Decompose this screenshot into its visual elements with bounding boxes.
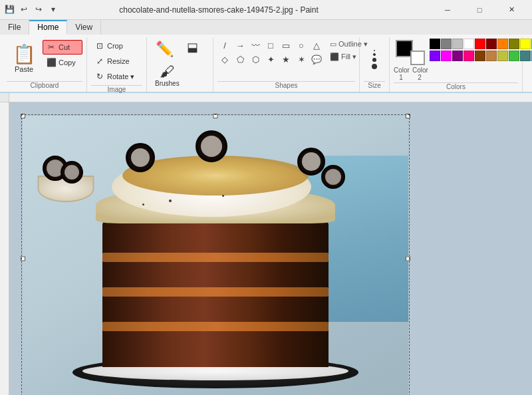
cut-button[interactable]: ✂ Cut xyxy=(43,40,82,55)
swatch-6[interactable] xyxy=(497,39,508,49)
shape-ellipse[interactable]: ○ xyxy=(294,39,309,52)
tab-view[interactable]: View xyxy=(67,20,101,35)
swatch-22[interactable] xyxy=(509,51,519,61)
shape-star6[interactable]: ✶ xyxy=(294,53,309,66)
qa-dropdown[interactable]: ▾ xyxy=(47,3,60,16)
paste-label: Paste xyxy=(15,65,33,73)
shape-freeform[interactable]: 〰 xyxy=(248,39,263,52)
swatch-15[interactable] xyxy=(430,51,440,61)
layer-frosting-3 xyxy=(102,322,329,331)
handle-mr[interactable] xyxy=(406,257,410,261)
shape-hex[interactable]: ⬡ xyxy=(248,53,263,66)
maximize-button[interactable]: □ xyxy=(464,0,495,20)
shape-rect[interactable]: □ xyxy=(263,39,278,52)
shape-triangle[interactable]: △ xyxy=(309,39,324,52)
shapes-grid: / → 〰 □ ▭ ○ △ ◇ ⬠ ⬡ ✦ ★ ✶ 💬 xyxy=(217,39,324,66)
rotate-button[interactable]: ↻ Rotate ▾ xyxy=(91,69,138,84)
canvas-image[interactable] xyxy=(23,116,408,395)
crop-button[interactable]: ⊡ Crop xyxy=(91,39,131,53)
swatch-18[interactable] xyxy=(464,51,474,61)
color2-swatch[interactable] xyxy=(410,51,425,65)
ribbon-group-shapes: / → 〰 □ ▭ ○ △ ◇ ⬠ ⬡ ✦ ★ ✶ 💬 xyxy=(213,37,360,92)
oreo-1 xyxy=(126,143,155,172)
ruler-corner xyxy=(0,93,9,102)
size-dot-3[interactable] xyxy=(372,58,376,62)
swatch-5[interactable] xyxy=(486,39,497,49)
fill-shapes-icon: ⬛ xyxy=(330,53,339,61)
paste-icon: 📋 xyxy=(13,45,36,64)
size-dot-1[interactable] xyxy=(374,50,375,51)
oreo-4 xyxy=(321,165,345,189)
shape-star4[interactable]: ✦ xyxy=(263,53,278,66)
fill-icon: ⬓ xyxy=(187,41,198,55)
ribbon-group-size: Size xyxy=(360,37,390,92)
shape-penta[interactable]: ⬠ xyxy=(233,53,247,66)
oreo-bowl-container xyxy=(33,149,99,202)
shape-arrow[interactable]: → xyxy=(233,39,247,52)
handle-ml[interactable] xyxy=(21,257,25,261)
tab-file[interactable]: File xyxy=(0,20,29,35)
shape-line[interactable]: / xyxy=(217,39,232,52)
qa-undo[interactable]: ↩ xyxy=(17,3,31,16)
swatch-16[interactable] xyxy=(441,51,452,61)
swatch-20[interactable] xyxy=(486,51,497,61)
shape-diamond[interactable]: ◇ xyxy=(217,53,232,66)
horizontal-ruler: // Ruler ticks generated via inline SVG xyxy=(0,93,532,102)
crop-icon: ⊡ xyxy=(94,41,105,51)
ribbon-group-colors: Color 1 Color 2 xyxy=(390,37,523,92)
copy-button[interactable]: ⬛ Copy xyxy=(43,55,82,70)
vertical-ruler xyxy=(0,102,9,395)
fill-button[interactable]: ⬓ xyxy=(179,39,205,57)
resize-icon: ⤢ xyxy=(94,56,105,66)
close-button[interactable]: ✕ xyxy=(496,0,527,20)
scissors-icon: ✂ xyxy=(46,42,57,53)
brushes-button[interactable]: 🖌 Brushes xyxy=(151,61,184,90)
rotate-icon: ↻ xyxy=(94,71,105,82)
canvas-wrapper xyxy=(23,116,408,395)
swatch-0[interactable] xyxy=(430,39,440,49)
swatch-7[interactable] xyxy=(509,39,519,49)
color-palette xyxy=(430,39,532,61)
shape-roundrect[interactable]: ▭ xyxy=(279,39,293,52)
shapes-label: Shapes xyxy=(217,81,355,90)
layer-frosting-2 xyxy=(102,287,329,297)
swatch-21[interactable] xyxy=(497,51,508,61)
shape-star5[interactable]: ★ xyxy=(279,53,293,66)
copy-icon: ⬛ xyxy=(46,57,57,68)
swatch-1[interactable] xyxy=(441,39,452,49)
size-dot-2[interactable] xyxy=(373,53,376,56)
swatch-4[interactable] xyxy=(475,39,485,49)
resize-button[interactable]: ⤢ Resize xyxy=(91,54,133,68)
edit-colors-button[interactable]: 🎨 Edit colors xyxy=(527,39,532,78)
qa-redo[interactable]: ↪ xyxy=(32,3,45,16)
handle-tr[interactable] xyxy=(406,114,410,118)
handle-tc[interactable] xyxy=(213,114,218,118)
ribbon: 📋 Paste ✂ Cut ⬛ Copy Clipboard xyxy=(0,35,532,93)
swatch-3[interactable] xyxy=(464,39,474,49)
size-dots xyxy=(372,50,377,69)
ribbon-group-tools: ✏️ ⬓ 🖌 Brushes A ⬜ 💧 🔍 Tool xyxy=(147,37,213,92)
oreo-3 xyxy=(297,148,325,176)
quick-access-toolbar: 💾 ↩ ↪ ▾ xyxy=(3,3,60,16)
window-title: chocolate-and-nutella-smores-cake-149475… xyxy=(5,5,432,15)
minimize-button[interactable]: ─ xyxy=(432,0,463,20)
window-controls: ─ □ ✕ xyxy=(432,0,527,20)
swatch-19[interactable] xyxy=(475,51,485,61)
ribbon-tabs: File Home View xyxy=(0,20,532,35)
clipboard-right: ✂ Cut ⬛ Copy xyxy=(43,39,82,80)
shape-callout[interactable]: 💬 xyxy=(309,53,324,66)
qa-save[interactable]: 💾 xyxy=(3,3,16,16)
paste-button[interactable]: 📋 Paste xyxy=(7,39,41,80)
swatch-2[interactable] xyxy=(452,39,463,49)
size-dot-4[interactable] xyxy=(372,64,377,69)
tab-home[interactable]: Home xyxy=(29,20,67,35)
pencil-icon: ✏️ xyxy=(156,41,174,57)
crumb-2 xyxy=(169,199,172,202)
scrollable-area xyxy=(0,102,532,395)
color2-label: Color 2 xyxy=(412,66,427,81)
pencil-button[interactable]: ✏️ xyxy=(151,39,178,60)
swatch-17[interactable] xyxy=(452,51,463,61)
copy-label: Copy xyxy=(59,59,76,66)
handle-tl[interactable] xyxy=(21,114,25,118)
image-container xyxy=(9,102,532,395)
